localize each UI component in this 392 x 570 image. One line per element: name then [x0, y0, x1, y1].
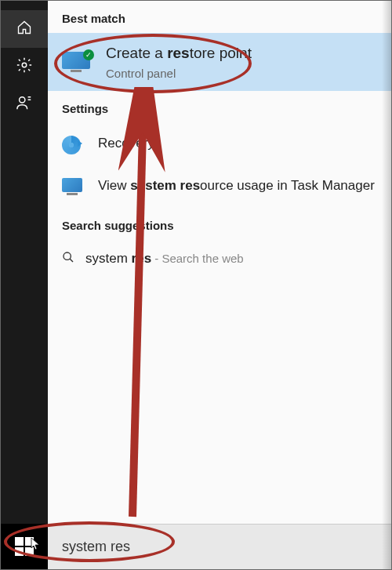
settings-item-label: View system resource usage in Task Manag… — [98, 176, 375, 196]
start-button[interactable] — [1, 524, 48, 569]
restore-point-icon: ✓ — [62, 52, 92, 72]
best-match-subtitle: Control panel — [106, 67, 252, 80]
best-match-header: Best match — [48, 1, 391, 33]
home-icon — [16, 20, 32, 39]
sidebar-home[interactable] — [1, 10, 48, 48]
settings-result-recovery[interactable]: Recovery — [62, 123, 377, 165]
recovery-icon — [62, 136, 84, 154]
gear-icon — [16, 56, 33, 78]
settings-header: Settings — [48, 91, 391, 123]
sidebar-settings[interactable] — [1, 48, 48, 85]
search-bar[interactable] — [48, 524, 391, 569]
task-manager-icon — [62, 178, 84, 197]
svg-point-2 — [64, 252, 71, 260]
search-input[interactable] — [62, 539, 377, 555]
settings-item-label: Recovery — [98, 134, 154, 154]
sidebar-feedback[interactable] — [1, 85, 48, 123]
web-suggestion[interactable]: system res - Search the web — [62, 240, 377, 278]
svg-point-0 — [22, 63, 27, 67]
search-icon — [62, 251, 74, 267]
suggestion-text: system res - Search the web — [85, 251, 244, 267]
settings-result-taskmanager[interactable]: View system resource usage in Task Manag… — [62, 165, 377, 208]
windows-logo-icon — [15, 537, 34, 556]
cortana-sidebar — [1, 1, 48, 569]
search-results-panel: Best match ✓ Create a restore point Cont… — [48, 1, 391, 569]
feedback-icon — [16, 94, 33, 115]
best-match-title: Create a restore point — [106, 44, 252, 64]
suggestions-header: Search suggestions — [48, 208, 391, 240]
svg-point-1 — [20, 96, 25, 102]
best-match-result[interactable]: ✓ Create a restore point Control panel — [48, 33, 391, 91]
